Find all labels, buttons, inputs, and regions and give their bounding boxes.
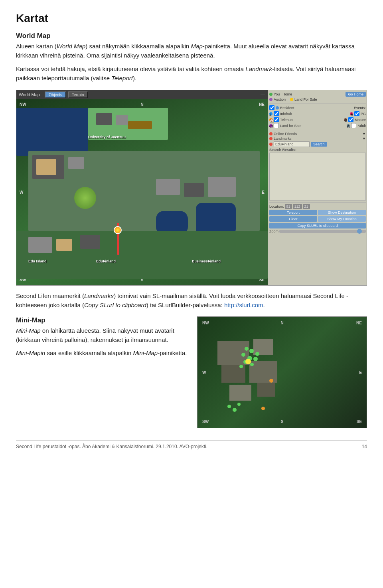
map-building-6 <box>68 157 84 169</box>
rp-auction-label: Auction <box>274 97 286 101</box>
mm-compass-ne: NE <box>356 321 362 325</box>
rp-landmarks-label: Landmarks <box>274 137 292 141</box>
map-building-bot-1 <box>28 237 52 253</box>
worldmap-para1: Alueen kartan (World Map) saat näkymään … <box>16 42 367 60</box>
clear-button[interactable]: Clear <box>269 216 317 222</box>
map-water-right <box>196 203 236 235</box>
worldmap-para2: Kartassa voi tehdä hakuja, etsiä kirjaut… <box>16 64 367 83</box>
mm-avatar-4 <box>253 357 258 361</box>
rp-telehub-checkbox[interactable] <box>274 117 279 122</box>
rp-adult-label: Adult <box>357 124 366 128</box>
rp-landsale-label: Land for Sale <box>280 124 302 128</box>
rp-pg-label: PG <box>361 112 366 116</box>
minimap-text: Mini-Map Mini-Map on lähikartta alueesta… <box>16 316 188 362</box>
mm-avatar-bot-3 <box>237 403 241 406</box>
show-location-button[interactable]: Show My Location <box>318 216 366 222</box>
mm-avatar-bot-2 <box>233 408 237 412</box>
copy-slurl-button[interactable]: Copy SLURL to clipboard <box>269 223 366 228</box>
minimap-para2: Mini-Mapin saa esille klikkaamalla alapa… <box>16 348 188 358</box>
rp-auction-row: Auction Land For Sale <box>269 97 366 101</box>
minimize-icon[interactable]: — <box>261 92 265 97</box>
rp-you-dot <box>269 93 272 96</box>
map-building-3 <box>128 121 152 129</box>
mm-building-5 <box>229 385 251 401</box>
rp-expand-icon[interactable]: ▼ <box>362 132 366 136</box>
compass-e: E <box>262 190 265 195</box>
location-edufin: EduFinland <box>96 259 116 263</box>
mm-own-avatar <box>245 359 251 364</box>
mm-avatar-8 <box>239 365 243 368</box>
minimap-section: Mini-Map Mini-Map on lähikartta alueesta… <box>16 316 367 428</box>
map-body: NW N NE W E SW S SE University of Joensu… <box>16 99 268 285</box>
rp-info-dot: ℹ <box>269 112 272 115</box>
map-terrain-bottom <box>16 231 268 279</box>
mm-avatar-7 <box>249 349 254 353</box>
rp-you-row: You Home Go Home <box>269 92 366 97</box>
compass-nw: NW <box>20 102 26 107</box>
gohome-button[interactable]: Go Home <box>345 92 366 97</box>
rp-infohub-checkbox[interactable] <box>274 111 279 116</box>
rp-resident-checkbox[interactable] <box>269 105 274 110</box>
search-button[interactable]: Search <box>311 142 327 147</box>
rp-landmarks-expand-icon[interactable]: ▼ <box>362 137 366 141</box>
teleport-button[interactable]: Teleport <box>269 210 317 215</box>
rp-onlinefriends-dot <box>269 132 272 135</box>
rp-search-dot <box>269 143 272 146</box>
slurl-link[interactable]: http://slurl.com <box>224 302 263 308</box>
rp-mature-dot: ⚙ <box>344 118 347 121</box>
mm-avatar-orange <box>269 379 273 383</box>
compass-w: W <box>20 190 23 195</box>
rp-adult-checkbox[interactable] <box>351 123 356 128</box>
rp-landsale-row: 🏷 Land for Sale A Adult <box>269 123 366 128</box>
minimap-heading: Mini-Map <box>16 316 188 324</box>
compass-ne: NE <box>259 102 265 107</box>
search-input[interactable] <box>274 141 310 147</box>
rp-zoom-slider[interactable] <box>279 230 366 233</box>
page-footer: Second Life perustaidot -opas. Åbo Akade… <box>16 440 367 449</box>
rp-landmarks-row: Landmarks ▼ <box>269 137 366 141</box>
mm-avatar-1 <box>241 353 245 357</box>
location-edu-island: Edu Island <box>28 259 47 263</box>
rp-coord2: 112 <box>293 204 302 209</box>
rp-online-friends-row: Online Friends ▼ <box>269 132 366 136</box>
rp-resident-dot <box>276 106 279 109</box>
rp-pg-checkbox[interactable] <box>354 111 359 116</box>
rp-landforsale-dot <box>290 98 293 101</box>
rp-mature-label: Mature <box>355 118 366 122</box>
terrain-tab[interactable]: Terrain <box>68 91 88 98</box>
rp-infohub-row: ℹ Infohub ★ PG <box>269 111 366 116</box>
map-water-nw <box>16 108 88 156</box>
rp-auction-dot <box>269 98 272 101</box>
map-titlebar: World Map Objects Terrain — <box>16 90 268 99</box>
mm-avatar-bot-1 <box>227 405 231 408</box>
map-building-9 <box>208 177 236 197</box>
mm-compass-sw: SW <box>202 419 209 424</box>
rp-telehub-dot: 🏠 <box>269 118 272 121</box>
mm-compass-w: W <box>202 370 206 374</box>
map-building-2 <box>116 115 128 125</box>
rp-landsale-checkbox[interactable] <box>274 123 279 128</box>
objects-tab[interactable]: Objects <box>45 91 66 98</box>
rp-coord3: 21 <box>303 204 310 209</box>
rp-zoom-handle[interactable] <box>357 229 362 234</box>
rp-divider-2 <box>269 130 366 130</box>
location-university: University of Joensuu <box>88 135 126 139</box>
mm-compass-nw: NW <box>202 321 209 325</box>
show-destination-button[interactable]: Show Destination <box>318 210 366 215</box>
mm-avatar-9 <box>245 347 249 351</box>
rp-mature-checkbox[interactable] <box>348 117 353 122</box>
rp-infohub-label: Infohub <box>280 112 292 116</box>
landmarks-para: Second Lifen maamerkit (Landmarks) toimi… <box>16 291 367 310</box>
mm-avatar-bot-4 <box>261 407 265 410</box>
page-number: 14 <box>362 444 367 449</box>
location-businessfin: BusinessFinland <box>192 259 221 263</box>
worldmap-heading: World Map <box>16 32 367 40</box>
mm-compass-e: E <box>359 370 362 374</box>
mm-building-6 <box>257 383 275 397</box>
rp-events-label: Events: <box>354 106 366 110</box>
map-building-bot-3 <box>80 235 100 249</box>
worldmap-screenshot: World Map Objects Terrain — NW N NE W E … <box>16 90 367 286</box>
right-panel: You Home Go Home Auction Land For Sale R… <box>268 90 367 285</box>
rp-home-label: Home <box>282 92 292 96</box>
rp-zoom-row: Zoom <box>269 229 366 233</box>
